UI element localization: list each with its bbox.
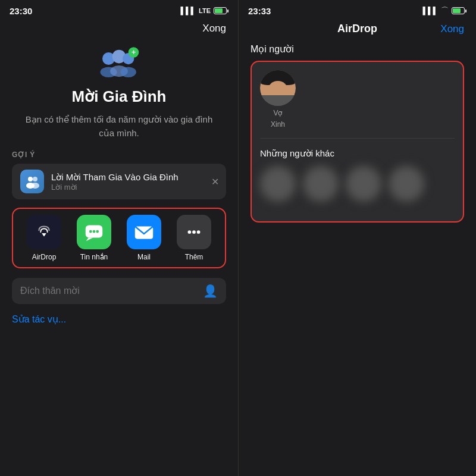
blurred-avatar-4 <box>389 166 424 202</box>
battery-icon-1 <box>214 7 228 14</box>
status-icons-2: ▌▌▌ ⌒ <box>422 5 466 16</box>
done-button[interactable]: Xong <box>202 23 226 34</box>
suggestion-subtitle: Lời mời <box>51 183 178 192</box>
messages-label: Tin nhắn <box>80 253 108 261</box>
phone2-content: AirDrop Xong Mọi người <box>239 19 476 476</box>
share-row-wrapper: AirDrop Tin nhắn <box>12 208 226 268</box>
moi-nguoi-header: Mọi người <box>250 43 464 55</box>
nav-bar: AirDrop Xong <box>239 19 476 41</box>
blurred-person-3: — <box>346 166 381 213</box>
share-item-more[interactable]: Thêm <box>173 215 215 261</box>
search-input[interactable] <box>20 286 203 296</box>
person-add-icon: 👤 <box>203 284 218 298</box>
share-item-mail[interactable]: Mail <box>123 215 165 261</box>
status-bar-1: 23:30 ▌▌▌ LTE <box>0 0 238 19</box>
svg-point-7 <box>121 67 136 78</box>
recipients-box: Vợ Xinh Những người khác — — <box>250 61 464 223</box>
suggestion-text: Lời Mời Tham Gia Vào Gia Đình Lời mời <box>51 172 178 192</box>
family-icon-area: + <box>12 46 226 79</box>
family-share-icon <box>24 174 40 189</box>
blurred-avatar-1 <box>260 166 296 202</box>
blurred-avatar-3 <box>346 166 381 202</box>
svg-point-20 <box>192 230 196 234</box>
svg-marker-14 <box>86 238 93 242</box>
nhung-nguoi-khac-label: Những người khác <box>260 148 455 159</box>
messages-icon <box>83 221 105 243</box>
search-bar[interactable]: 👤 <box>12 278 226 304</box>
status-icons-1: ▌▌▌ LTE <box>181 7 228 15</box>
svg-text:+: + <box>131 48 136 57</box>
suggestion-app-icon <box>20 170 44 193</box>
signal-icon-2: ▌▌▌ <box>422 7 438 15</box>
svg-point-21 <box>197 230 201 234</box>
mail-icon <box>133 221 155 243</box>
person-name-xinh: Xinh <box>271 120 285 129</box>
status-time-1: 23:30 <box>10 6 32 16</box>
blurred-person-1: — <box>260 166 296 213</box>
suggestion-close-button[interactable]: ✕ <box>211 176 219 187</box>
share-item-messages[interactable]: Tin nhắn <box>73 215 115 261</box>
edit-action[interactable]: Sửa tác vụ... <box>12 311 226 327</box>
airdrop-icon <box>33 221 55 243</box>
suggestion-title: Lời Mời Tham Gia Vào Gia Đình <box>51 172 178 183</box>
family-icon: + <box>98 46 140 79</box>
person-avatar-vo-xinh <box>260 70 296 106</box>
blurred-person-4: — <box>389 166 424 213</box>
airdrop-icon-bg <box>27 215 61 249</box>
blurred-person-2: — <box>303 166 339 213</box>
signal-icon-1: ▌▌▌ <box>181 7 196 15</box>
more-icon <box>183 221 205 243</box>
airdrop-list: Mọi người <box>239 41 476 476</box>
share-row: AirDrop Tin nhắn <box>19 215 219 261</box>
moi-nguoi-row: Vợ Xinh <box>260 70 455 139</box>
svg-point-11 <box>31 183 39 189</box>
done-button-area: Xong <box>12 19 226 40</box>
suggestion-label: GỢI Ý <box>12 151 226 159</box>
person-item-vo-xinh[interactable]: Vợ Xinh <box>260 70 296 129</box>
battery-icon-2 <box>452 7 466 14</box>
wifi-icon-2: ⌒ <box>441 5 449 16</box>
svg-point-17 <box>96 230 99 233</box>
mail-label: Mail <box>137 253 151 261</box>
svg-point-19 <box>188 230 192 234</box>
nav-title: AirDrop <box>280 23 434 35</box>
messages-icon-bg <box>77 215 111 249</box>
nav-done-button[interactable]: Xong <box>434 23 464 35</box>
svg-point-15 <box>89 230 92 233</box>
nhung-nguoi-row: — — — — <box>260 166 455 213</box>
suggestion-row[interactable]: Lời Mời Tham Gia Vào Gia Đình Lời mời ✕ <box>12 164 226 199</box>
status-time-2: 23:33 <box>248 6 271 16</box>
phone-1: 23:30 ▌▌▌ LTE Xong <box>0 0 238 476</box>
phone1-content: Xong + Mời Gia Đình Bạn có thể thêm tối <box>0 19 238 476</box>
svg-point-12 <box>34 222 54 242</box>
lte-icon-1: LTE <box>199 7 211 14</box>
invite-title: Mời Gia Đình <box>12 87 226 106</box>
status-bar-2: 23:33 ▌▌▌ ⌒ <box>239 0 476 19</box>
person-name-vo: Vợ <box>273 109 282 117</box>
phone-2: 23:33 ▌▌▌ ⌒ AirDrop Xong Mọi người <box>238 0 476 476</box>
mail-icon-bg <box>127 215 161 249</box>
airdrop-label: AirDrop <box>32 253 57 261</box>
svg-point-9 <box>33 177 37 181</box>
svg-point-8 <box>28 177 33 181</box>
share-item-airdrop[interactable]: AirDrop <box>23 215 65 261</box>
invite-desc: Bạn có thể thêm tối đa năm người vào gia… <box>12 113 226 140</box>
more-icon-bg <box>177 215 211 249</box>
more-label: Thêm <box>185 253 203 261</box>
svg-point-16 <box>93 230 96 233</box>
blurred-avatar-2 <box>303 166 339 202</box>
